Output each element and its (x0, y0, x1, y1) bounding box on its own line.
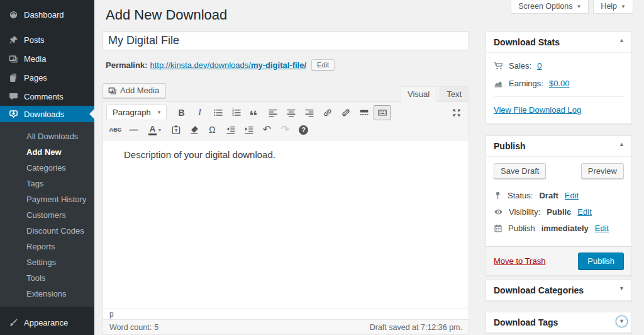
sidebar-item-downloads[interactable]: Downloads (0, 106, 94, 122)
view-download-log-link[interactable]: View File Download Log (494, 105, 581, 115)
horizontal-rule-button[interactable]: — (125, 122, 142, 137)
text-color-button[interactable]: A▾ (143, 122, 166, 137)
submenu-item-customers[interactable]: Customers (0, 207, 94, 223)
status--label: Status: (508, 191, 533, 200)
download-tags-header[interactable]: Download Tags ▼ (486, 312, 631, 332)
publish-button[interactable]: Publish (578, 253, 624, 270)
sidebar-item-label: Pages (24, 73, 47, 82)
unlink-button[interactable] (337, 105, 354, 120)
submenu-item-add-new[interactable]: Add New (0, 144, 94, 160)
align-center-button[interactable] (282, 105, 299, 120)
permalink-edit-button[interactable]: Edit (311, 59, 335, 71)
toolbar-toggle-button[interactable] (374, 105, 391, 120)
outdent-button[interactable] (222, 122, 239, 137)
tab-visual[interactable]: Visual (401, 86, 436, 103)
move-to-trash-link[interactable]: Move to Trash (494, 256, 545, 266)
add-media-button[interactable]: Add Media (103, 83, 166, 98)
collapse-toggle-icon[interactable]: ▲ (619, 38, 625, 43)
sidebar-item-pages[interactable]: Pages (0, 68, 94, 87)
editor-content-area[interactable]: Description of your digital download. (103, 140, 469, 308)
redo-button[interactable]: ↷ (277, 122, 294, 137)
paste-as-text-button[interactable]: T (167, 122, 184, 137)
indent-button[interactable] (240, 122, 257, 137)
save-draft-button[interactable]: Save Draft (494, 163, 546, 179)
sidebar-item-comments[interactable]: Comments (0, 87, 94, 106)
sidebar-item-appearance[interactable]: Appearance (0, 313, 94, 332)
earnings--value-link[interactable]: $0.00 (549, 79, 570, 88)
link-button[interactable] (319, 105, 336, 120)
download-title-input[interactable] (103, 31, 469, 50)
eye-icon (494, 207, 503, 217)
permalink-label: Permalink: (106, 60, 147, 70)
publish-value: immediately (541, 224, 589, 233)
bullet-list-button[interactable] (209, 105, 226, 120)
submenu-item-categories[interactable]: Categories (0, 160, 94, 176)
divider (494, 96, 624, 97)
collapse-toggle-icon[interactable]: ▼ (619, 286, 625, 292)
align-left-button[interactable] (264, 105, 281, 120)
visibility--edit-link[interactable]: Edit (577, 207, 591, 217)
publish-minor-actions: Save Draft Preview (486, 157, 631, 184)
download-categories-header[interactable]: Download Categories ▼ (486, 280, 631, 300)
help-button[interactable]: Help ▼ (593, 0, 633, 14)
dashboard-icon (8, 10, 19, 20)
strikethrough-button[interactable]: ABC (107, 122, 124, 137)
appearance-icon (8, 318, 19, 327)
fullscreen-button[interactable] (448, 105, 465, 120)
screen-options-button[interactable]: Screen Options ▼ (511, 0, 589, 14)
publish-panel: Publish ▲ Save Draft Preview Status:Draf… (486, 135, 632, 276)
chart-icon (494, 79, 503, 88)
publish-major-actions: Move to Trash Publish (486, 246, 631, 275)
earnings--row: Earnings:$0.00 (494, 79, 624, 88)
download-categories-title: Download Categories (494, 285, 584, 295)
download-stats-panel: Download Stats ▲ Sales:0Earnings:$0.00 V… (486, 31, 632, 124)
sidebar-item-posts[interactable]: Posts (0, 30, 94, 49)
sales--label: Sales: (509, 61, 531, 71)
publish-header[interactable]: Publish ▲ (486, 136, 631, 157)
submenu-item-settings[interactable]: Settings (0, 254, 94, 270)
publish-title: Publish (494, 141, 526, 151)
header-tabs: Screen Options ▼ Help ▼ (511, 0, 633, 14)
align-right-button[interactable] (301, 105, 318, 120)
submenu-item-tools[interactable]: Tools (0, 270, 94, 286)
special-character-button[interactable]: Ω (204, 122, 221, 137)
preview-button[interactable]: Preview (581, 163, 624, 179)
submenu-item-all-downloads[interactable]: All Downloads (0, 128, 94, 144)
editor-element-path: p (103, 308, 469, 319)
help-button[interactable]: ? (295, 122, 312, 137)
visibility--label: Visibility: (509, 207, 540, 217)
collapse-toggle-icon[interactable]: ▲ (619, 142, 625, 147)
word-count-label: Word count: (109, 323, 152, 332)
sidebar-item-media[interactable]: Media (0, 49, 94, 68)
more-tag-button[interactable] (355, 105, 372, 120)
submenu-item-payment-history[interactable]: Payment History (0, 191, 94, 207)
screen-options-label: Screen Options (518, 2, 572, 11)
submenu-item-extensions[interactable]: Extensions (0, 286, 94, 302)
clear-formatting-button[interactable] (186, 122, 203, 137)
submenu-item-discount-codes[interactable]: Discount Codes (0, 223, 94, 239)
blockquote-button[interactable] (246, 105, 263, 120)
paragraph-format-select[interactable]: Paragraph ▼ (106, 105, 167, 120)
sidebar-item-dashboard[interactable]: Dashboard (0, 5, 94, 24)
collapse-toggle-icon[interactable]: ▼ (616, 315, 628, 327)
numbered-list-button[interactable]: 123 (228, 105, 245, 120)
editor-statusbar: Word count: 5 Draft saved at 7:12:36 pm. (103, 319, 469, 334)
download-stats-header[interactable]: Download Stats ▲ (486, 32, 631, 53)
status--edit-link[interactable]: Edit (565, 191, 579, 200)
publish-edit-link[interactable]: Edit (595, 224, 609, 233)
format-select-value: Paragraph (113, 108, 151, 117)
posts-icon (8, 35, 19, 45)
editor-toolbar-row1: Paragraph ▼ BI123 (103, 102, 469, 122)
element-path-label[interactable]: p (109, 310, 114, 319)
tab-text[interactable]: Text (440, 86, 469, 102)
submenu-item-tags[interactable]: Tags (0, 176, 94, 191)
permalink-base: http://kinsta.dev/downloads/ (150, 60, 250, 70)
sales--value-link[interactable]: 0 (537, 61, 541, 71)
undo-button[interactable]: ↶ (258, 122, 275, 137)
permalink-link[interactable]: http://kinsta.dev/downloads/my-digital-f… (150, 60, 306, 70)
italic-button[interactable]: I (191, 105, 208, 120)
bold-button[interactable]: B (173, 105, 190, 120)
add-media-label: Add Media (120, 86, 159, 95)
submenu-item-reports[interactable]: Reports (0, 239, 94, 254)
sales--row: Sales:0 (494, 61, 624, 71)
